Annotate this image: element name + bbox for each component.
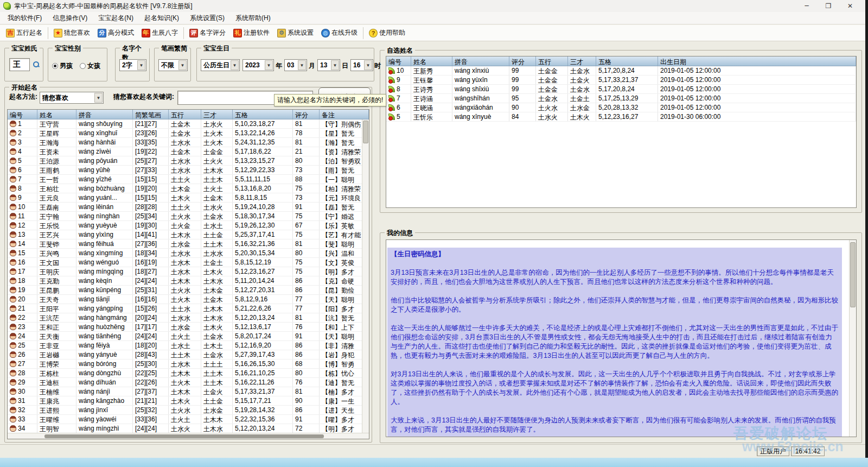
table-row[interactable]: 32王进熙wáng jìnxī[25][32]土火水土水金5,19,28,14,… bbox=[8, 406, 369, 415]
column-header-4[interactable]: 五行 bbox=[169, 110, 201, 119]
table-row[interactable]: 30王楠维wáng nánjì[27][37]土木木土金火5,17,33,21,… bbox=[8, 387, 369, 396]
column-header-1[interactable]: 姓名 bbox=[37, 110, 76, 119]
table-row[interactable]: 15王兴鸣wáng xìngmíng[18][34]土水水土水水5,20,30,… bbox=[8, 249, 369, 258]
table-row[interactable]: 8王柏壮wáng bòzhuàng[19][20]土木金土火土5,13,16,8… bbox=[8, 184, 369, 193]
column-header-4[interactable]: 五行 bbox=[536, 56, 568, 66]
table-row[interactable]: 1王守营wáng shǒuyíng[21][27]土金木土水火5,10,23,1… bbox=[8, 119, 369, 129]
table-row[interactable]: 17王明庆wáng míngqìng[18][27]土水木土木火5,12,23,… bbox=[8, 267, 369, 276]
toolbar-button-5[interactable]: 礼注册软件 bbox=[229, 27, 273, 39]
menu-item-4[interactable]: 系统设置(S) bbox=[184, 12, 230, 24]
table-row[interactable]: 24王天衡wáng tiānhéng[24][24]土火土土金水5,8,20,1… bbox=[8, 332, 369, 341]
gender-male-radio[interactable]: 男孩 bbox=[52, 61, 76, 71]
name-count-select[interactable]: 2字 ▼ bbox=[119, 59, 146, 71]
table-row[interactable]: 29王迪桓wáng díhuán[22][26]土火木土土木5,16,22,11… bbox=[8, 378, 369, 387]
table-row[interactable]: 22王沆茫wáng hàngmáng[20][24]土水水土木水5,12,20,… bbox=[8, 313, 369, 323]
hour-select[interactable]: 16 ▼ bbox=[350, 59, 373, 71]
toolbar-button-2[interactable]: 分高分模式 bbox=[94, 27, 138, 39]
close-button[interactable]: ✕ bbox=[839, 0, 861, 12]
gender-female-radio[interactable]: 女孩 bbox=[80, 61, 105, 71]
toolbar-button-8[interactable]: ?使用帮助 bbox=[365, 27, 409, 39]
column-header-3[interactable]: 评分 bbox=[509, 56, 536, 66]
table-row[interactable]: 9王元良wáng yuánl...[15][15]土木火土金木5,8,11,8,… bbox=[8, 193, 369, 203]
table-row[interactable]: 25王非亚wáng fēiyà[18][20]土水土土木土5,12,16,9,2… bbox=[8, 341, 369, 350]
table-row[interactable]: 26王岩樾wáng yányuè[28][43]土土木土金水5,27,39,17… bbox=[8, 350, 369, 359]
cell: 5,12,20,13,24 bbox=[233, 313, 293, 322]
column-header-6[interactable]: 五格 bbox=[596, 56, 658, 66]
table-row[interactable]: 33王曜维wáng yàowéi[33][36]土火土土木木5,22,32,15… bbox=[8, 415, 369, 424]
menu-item-3[interactable]: 起名知识(K) bbox=[139, 12, 184, 24]
column-header-2[interactable]: 拼音 bbox=[76, 110, 133, 119]
toolbar-button-7[interactable]: ◍在线升级 bbox=[317, 27, 361, 39]
calendar-type-select[interactable]: 公历生日 ▼ bbox=[201, 59, 240, 71]
table-row[interactable]: 8王诗秀wáng shīxiù99土金金土金水5,17,20,8,242019-… bbox=[386, 85, 856, 94]
table-row[interactable]: 34王明智wáng míngzhì[24][24]土水火土木水5,12,20,1… bbox=[8, 424, 369, 433]
results-vscroll-thumb[interactable] bbox=[363, 121, 368, 143]
column-header-5[interactable]: 三才 bbox=[568, 56, 596, 66]
column-header-2[interactable]: 拼音 bbox=[452, 56, 509, 66]
column-header-3[interactable]: 简繁笔画 bbox=[133, 110, 169, 119]
month-select[interactable]: 03 ▼ bbox=[284, 59, 307, 71]
table-row[interactable]: 27王博荣wáng bóróng[25][30]土水木土土土5,16,26,15… bbox=[8, 359, 369, 369]
table-row[interactable]: 21王阳平wáng yángpíng[15][26]土土水土木木5,21,22,… bbox=[8, 304, 369, 313]
toolbar-button-6[interactable]: ⚙系统设置 bbox=[273, 27, 317, 39]
maximize-button[interactable]: ❐ bbox=[818, 0, 839, 12]
method-select[interactable]: 猜您喜欢 ▼ bbox=[40, 92, 104, 104]
results-horizontal-scrollbar[interactable] bbox=[8, 433, 369, 439]
table-row[interactable]: 28王栋柱wáng dòngzhù[22][25]土木木土土木5,16,21,1… bbox=[8, 369, 369, 378]
table-row[interactable]: 5王忻乐wáng xīnyuè84土水火土木火5,12,23,16,272019… bbox=[386, 112, 856, 122]
table-row[interactable]: 10王新秀wáng xīnxiù99土金金土金水5,17,20,8,242019… bbox=[386, 66, 856, 75]
toolbar-button-0[interactable]: 吉五行起名 bbox=[2, 27, 46, 39]
table-row[interactable]: 31王康兆wáng kāngzhào[21][21]土木火土土金5,15,17,… bbox=[8, 396, 369, 406]
table-row[interactable]: 9王钰馨wáng yùxīn99土金金土金火5,17,33,21,372019-… bbox=[386, 75, 856, 85]
day-select[interactable]: 13 ▼ bbox=[317, 59, 340, 71]
boy-face-icon bbox=[10, 333, 16, 339]
table-row[interactable]: 7王一哲wáng yīzhé[15][15]土土火土土木5,5,11,11,15… bbox=[8, 175, 369, 184]
column-header-8[interactable]: 备注 bbox=[320, 110, 369, 119]
column-header-7[interactable]: 出生日期 bbox=[658, 56, 856, 66]
column-header-6[interactable]: 五格 bbox=[233, 110, 293, 119]
column-header-0[interactable]: 编号 bbox=[8, 110, 37, 119]
table-row[interactable]: 16王文国wáng wénguó[16][19]土水木土金土5,8,15,12,… bbox=[8, 258, 369, 267]
minimize-button[interactable]: ─ bbox=[796, 0, 818, 12]
menu-item-1[interactable]: 信息操作(V) bbox=[47, 12, 93, 24]
my-info-textarea[interactable]: 【生日密码信息】3月13日预言未来在3月13日出生的人总是非常的宿命，因为他们的… bbox=[386, 239, 857, 437]
table-row[interactable]: 4王资未wáng zīwèi[19][22]土金木土金金5,17,18,6,22… bbox=[8, 147, 369, 156]
table-row[interactable]: 18王克勤wáng kèqín[24][24]土木木土木水5,11,20,14,… bbox=[8, 276, 369, 286]
menu-item-0[interactable]: 我的软件(F) bbox=[2, 12, 47, 24]
menu-item-5[interactable]: 系统帮助(H) bbox=[230, 12, 276, 24]
column-header-7[interactable]: 评分 bbox=[293, 110, 320, 119]
table-row[interactable]: 2王星晖wáng xīnghuī[23][26]土金水土火木5,13,22,14… bbox=[8, 129, 369, 138]
method-value: 猜您喜欢 bbox=[42, 93, 68, 103]
table-row[interactable]: 6王晓涵wángxiǎohán90土火水土水金5,20,28,13,322019… bbox=[386, 103, 856, 112]
table-row[interactable]: 14王斐铧wáng fěihuá[27][36]土水金土土木5,16,32,21… bbox=[8, 239, 369, 249]
info-vertical-scrollbar[interactable] bbox=[849, 240, 856, 437]
column-header-0[interactable]: 编号 bbox=[386, 56, 411, 66]
menu-item-2[interactable]: 宝宝起名(N) bbox=[93, 12, 139, 24]
info-vscroll-thumb[interactable] bbox=[850, 242, 856, 307]
surname-input[interactable]: 王 bbox=[9, 58, 30, 71]
table-row[interactable]: 19王昆鹏wáng kūnpéng[25][31]土火水土木金5,12,27,2… bbox=[8, 286, 369, 295]
results-hscroll-thumb[interactable] bbox=[44, 434, 324, 438]
table-row[interactable]: 3王瀚海wáng hànhǎi[33][35]土水水土火木5,24,31,12,… bbox=[8, 138, 369, 147]
table-row[interactable]: 12王乐悦wáng yuèyuè[19][30]土火金土水土5,19,26,12… bbox=[8, 221, 369, 230]
table-row[interactable]: 11王宁翰wáng nìnghàn[25][34]土火水土金水5,18,30,1… bbox=[8, 212, 369, 221]
results-vertical-scrollbar[interactable] bbox=[362, 119, 369, 433]
cell: 王明智 bbox=[37, 424, 76, 433]
table-row[interactable]: 7王诗涵wángshīhán95土金水土金土5,17,25,13,292019-… bbox=[386, 94, 856, 103]
stroke-select[interactable]: 不限 ▼ bbox=[158, 59, 188, 71]
cell: 土水火 bbox=[201, 203, 233, 211]
toolbar-button-1[interactable]: ★猜您喜欢 bbox=[50, 27, 94, 39]
column-header-1[interactable]: 姓名 bbox=[411, 56, 452, 66]
column-header-5[interactable]: 三才 bbox=[201, 110, 233, 119]
year-select[interactable]: 2023 ▼ bbox=[242, 59, 274, 71]
search-icon[interactable] bbox=[33, 61, 40, 68]
table-row[interactable]: 6王雨鹤wáng yǔhè[27][33]土水水土木水5,12,29,22,33… bbox=[8, 166, 369, 175]
toolbar-button-4[interactable]: 评名字评分 bbox=[186, 27, 229, 39]
table-row[interactable]: 20王天奇wáng tiānjī[16][16]土火木土金木5,8,12,9,1… bbox=[8, 295, 369, 304]
table-row[interactable]: 10王磊南wáng lěinán[28][28]土土火土水火5,19,24,10… bbox=[8, 203, 369, 212]
boy-face-icon bbox=[10, 287, 16, 293]
table-row[interactable]: 23王和正wáng huòzhēng[17][17]土水金土木火5,12,13,… bbox=[8, 323, 369, 332]
table-row[interactable]: 13王艺兴wáng yìxìng[14][41]土木水土土金5,25,37,17… bbox=[8, 230, 369, 239]
table-row[interactable]: 5王泊源wáng pōyuán[25][27]土水水土火火5,13,23,15,… bbox=[8, 156, 369, 166]
toolbar-button-3[interactable]: 年生辰八字 bbox=[138, 27, 182, 39]
